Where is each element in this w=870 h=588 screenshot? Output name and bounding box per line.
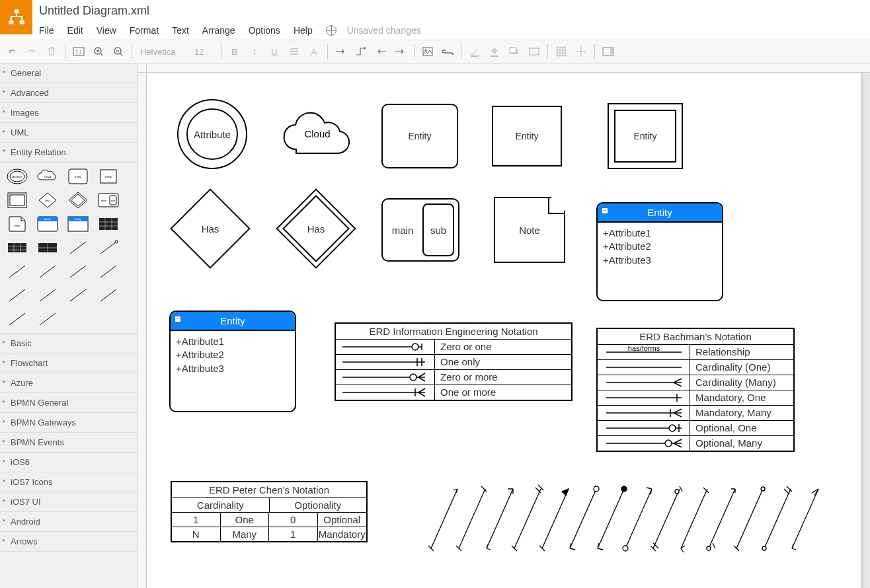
sidebar-cat-bpmn-general[interactable]: BPMN General xyxy=(0,393,137,413)
underline-button[interactable]: U xyxy=(265,42,284,61)
palette-line12[interactable] xyxy=(33,308,62,330)
zoom-in-button[interactable] xyxy=(89,42,108,61)
palette-line8[interactable] xyxy=(33,284,62,307)
font-family-field[interactable] xyxy=(136,46,189,58)
palette-line1[interactable] xyxy=(63,237,93,259)
palette-line2[interactable] xyxy=(94,237,123,259)
document-title[interactable]: Untitled Diagram.xml xyxy=(39,4,870,18)
table-ie-notation[interactable]: ERD Information Engineering Notation Zer… xyxy=(335,322,573,401)
font-color-button[interactable]: A xyxy=(305,42,323,61)
shape-note[interactable]: Note xyxy=(494,197,565,263)
palette-note[interactable]: Note xyxy=(3,213,32,235)
zoom-out-button[interactable] xyxy=(109,42,128,61)
menu-view[interactable]: View xyxy=(90,22,123,38)
palette-line5[interactable] xyxy=(63,260,93,283)
palette-attribute[interactable]: Attribute xyxy=(3,165,32,188)
shape-entity-square[interactable]: Entity xyxy=(492,106,562,166)
table-bachman-notation[interactable]: ERD Bachman's Notation has/formsRelation… xyxy=(596,328,795,452)
align-button[interactable] xyxy=(285,42,303,61)
sidebar-cat-images[interactable]: Images xyxy=(0,103,137,123)
sidebar-cat-bpmn-gateways[interactable]: BPMN Gateways xyxy=(0,413,137,433)
menu-options[interactable]: Options xyxy=(242,22,287,38)
bold-button[interactable]: B xyxy=(225,42,244,61)
menu-file[interactable]: File xyxy=(39,22,61,38)
palette-mainsub[interactable]: mainsub xyxy=(94,189,123,211)
connector-samples[interactable] xyxy=(424,482,848,564)
palette-entity-card-blue[interactable]: Entity xyxy=(33,213,62,235)
sidebar-cat-advanced[interactable]: Advanced xyxy=(0,83,137,103)
palette-entity-square[interactable]: Entity xyxy=(94,165,123,188)
guides-button[interactable] xyxy=(572,42,590,61)
palette-cloud[interactable]: Cloud xyxy=(33,165,62,188)
shadow-button[interactable] xyxy=(505,42,524,61)
shape-has-double[interactable]: Has xyxy=(276,189,356,268)
sidebar-cat-arrows[interactable]: Arrows xyxy=(0,532,137,552)
menu-arrange[interactable]: Arrange xyxy=(196,22,242,38)
line-end-button[interactable] xyxy=(391,42,410,61)
menu-help[interactable]: Help xyxy=(287,22,319,38)
fill-color-button[interactable] xyxy=(485,42,504,61)
palette-line6[interactable] xyxy=(94,260,123,283)
waypoint-button[interactable] xyxy=(352,42,370,61)
font-size-field[interactable] xyxy=(190,46,217,58)
svg-line-104 xyxy=(512,546,517,551)
line-color-button[interactable] xyxy=(465,42,484,61)
palette-line11[interactable] xyxy=(3,308,32,330)
language-button[interactable] xyxy=(319,22,343,38)
palette-entity-card-blue2[interactable]: Entity xyxy=(63,213,93,235)
redo-button[interactable] xyxy=(22,42,41,61)
palette-entity-round[interactable]: Entity xyxy=(63,165,93,188)
shape-cloud[interactable]: Cloud xyxy=(278,104,357,166)
palette-line9[interactable] xyxy=(63,284,93,307)
menu-text[interactable]: Text xyxy=(165,22,196,38)
canvas[interactable]: Attribute Cloud Entity Entity Entity Has… xyxy=(147,73,861,588)
collapse-icon[interactable]: − xyxy=(175,316,181,322)
shape-mainsub[interactable]: main sub xyxy=(381,198,459,262)
palette-table-dark3[interactable] xyxy=(33,237,62,259)
palette-table-dark[interactable] xyxy=(94,213,123,235)
sidebar-cat-general[interactable]: General xyxy=(0,63,137,83)
italic-button[interactable]: I xyxy=(245,42,264,61)
sidebar-cat-entity-relation[interactable]: Entity Relation xyxy=(0,143,137,163)
palette-has[interactable]: Has xyxy=(33,189,62,211)
shape-entity-card-1[interactable]: −Entity +Attribute1 +Attribute2 +Attribu… xyxy=(596,202,723,301)
unsaved-status: Unsaved changes xyxy=(347,25,421,36)
insert-link-button[interactable] xyxy=(438,42,457,61)
palette-line4[interactable] xyxy=(33,260,62,283)
sidebar-cat-ios7-icons[interactable]: iOS7 Icons xyxy=(0,472,137,492)
shape-entity-card-2[interactable]: −Entity +Attribute1 +Attribute2 +Attribu… xyxy=(169,311,296,412)
shape-entity-double[interactable]: Entity xyxy=(608,103,683,169)
actual-size-button[interactable]: 1:1 xyxy=(69,42,88,61)
palette-entity-double[interactable] xyxy=(3,189,32,211)
grid-button[interactable] xyxy=(552,42,571,61)
palette-table-dark2[interactable] xyxy=(3,237,32,259)
svg-rect-13 xyxy=(530,48,539,55)
sidebar-cat-flowchart[interactable]: Flowchart xyxy=(0,353,137,373)
menu-format[interactable]: Format xyxy=(123,22,165,38)
sidebar-cat-ios7-ui[interactable]: iOS7 UI xyxy=(0,492,137,512)
palette-line10[interactable] xyxy=(94,284,123,307)
shape-attribute[interactable]: Attribute xyxy=(177,99,247,169)
sidebar-cat-azure[interactable]: Azure xyxy=(0,373,137,393)
sidebar-cat-bpmn-events[interactable]: BPMN Events xyxy=(0,433,137,453)
canvas-area[interactable]: Attribute Cloud Entity Entity Entity Has… xyxy=(138,63,870,588)
palette-line3[interactable] xyxy=(3,260,32,283)
table-chen-notation[interactable]: ERD Peter Chen's Notation CardinalityOpt… xyxy=(171,481,368,542)
palette-line7[interactable] xyxy=(3,284,32,307)
shape-has[interactable]: Has xyxy=(171,189,250,268)
sidebar-cat-android[interactable]: Android xyxy=(0,512,137,532)
collapse-icon[interactable]: − xyxy=(602,207,608,214)
shape-entity-rounded[interactable]: Entity xyxy=(381,104,458,168)
sidebar-cat-basic[interactable]: Basic xyxy=(0,334,137,353)
edit-style-button[interactable] xyxy=(525,42,543,61)
sidebar-cat-ios6[interactable]: iOS6 xyxy=(0,453,137,472)
undo-button[interactable] xyxy=(3,42,21,61)
insert-image-button[interactable] xyxy=(418,42,437,61)
palette-has-double[interactable] xyxy=(63,189,93,211)
connection-button[interactable] xyxy=(332,42,350,61)
menu-edit[interactable]: Edit xyxy=(61,22,90,38)
sidebar-cat-uml[interactable]: UML xyxy=(0,123,137,143)
line-start-button[interactable] xyxy=(372,42,390,61)
format-panel-button[interactable] xyxy=(599,42,617,61)
delete-button[interactable] xyxy=(42,42,61,61)
